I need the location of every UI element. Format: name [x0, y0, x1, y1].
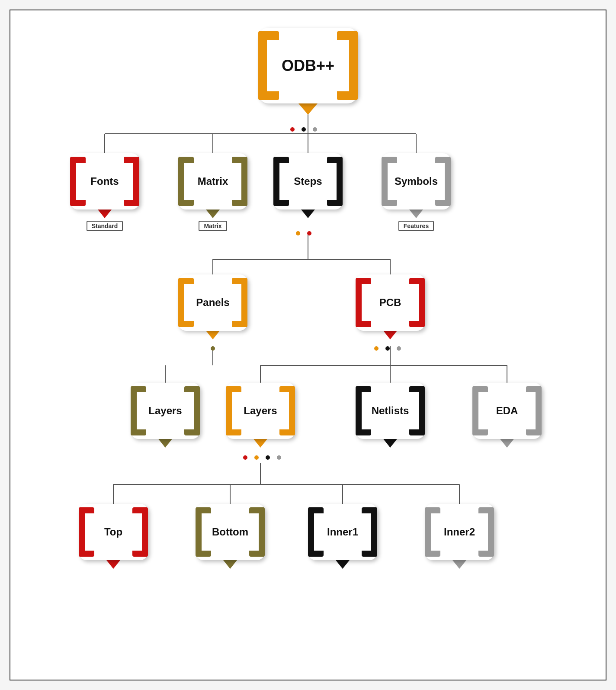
dot-layers-black	[266, 455, 270, 460]
main-canvas: ODB++ Fonts Standard Ma	[10, 10, 606, 680]
node-root[interactable]: ODB++	[258, 28, 358, 115]
node-pcb[interactable]: PCB	[356, 274, 425, 339]
root-pointer	[298, 103, 318, 115]
dot-pcb-orange	[374, 346, 379, 351]
pcb-pointer	[383, 331, 397, 339]
layers-panels-pointer	[158, 439, 172, 448]
layers-panels-bracket: Layers	[131, 383, 200, 439]
layers-pcb-bracket: Layers	[226, 383, 295, 439]
dot-level1-black	[302, 127, 306, 132]
layers-pcb-label: Layers	[244, 405, 277, 417]
inner2-label: Inner2	[444, 526, 475, 538]
dot-layers-orange	[254, 455, 259, 460]
matrix-pointer	[206, 210, 220, 218]
inner2-bracket: Inner2	[425, 504, 494, 560]
symbols-bracket: Symbols	[382, 153, 451, 210]
node-eda[interactable]: EDA	[472, 383, 542, 448]
dot-level1-red	[290, 127, 295, 132]
node-fonts[interactable]: Fonts Standard	[70, 153, 139, 231]
inner1-bracket: Inner1	[308, 504, 377, 560]
inner2-pointer	[452, 560, 466, 569]
symbols-label: Symbols	[395, 175, 438, 187]
netlists-pointer	[383, 439, 397, 448]
bottom-pointer	[223, 560, 237, 569]
root-label: ODB++	[282, 57, 334, 75]
eda-label: EDA	[496, 405, 518, 417]
dot-panels	[211, 346, 215, 351]
steps-bracket: Steps	[273, 153, 343, 210]
top-bracket: Top	[79, 504, 148, 560]
dot-pcb-gray	[397, 346, 401, 351]
fonts-label: Fonts	[90, 175, 119, 187]
symbols-sublabel: Features	[398, 221, 434, 231]
steps-label: Steps	[294, 175, 322, 187]
node-matrix[interactable]: Matrix Matrix	[178, 153, 247, 231]
eda-pointer	[500, 439, 514, 448]
layers-panels-label: Layers	[148, 405, 182, 417]
node-inner2[interactable]: Inner2	[425, 504, 494, 569]
node-inner1[interactable]: Inner1	[308, 504, 377, 569]
layers-pcb-pointer	[253, 439, 267, 448]
node-symbols[interactable]: Symbols Features	[382, 153, 451, 231]
panels-label: Panels	[196, 297, 229, 309]
pcb-label: PCB	[379, 297, 401, 309]
matrix-bracket: Matrix	[178, 153, 247, 210]
fonts-bracket: Fonts	[70, 153, 139, 210]
fonts-sublabel: Standard	[87, 221, 123, 231]
root-bracket: ODB++	[258, 28, 358, 103]
inner1-pointer	[336, 560, 350, 569]
dot-steps-red	[307, 231, 311, 235]
node-steps[interactable]: Steps	[273, 153, 343, 218]
node-netlists[interactable]: Netlists	[356, 383, 425, 448]
dot-pcb-black	[385, 346, 390, 351]
netlists-label: Netlists	[372, 405, 409, 417]
top-pointer	[106, 560, 120, 569]
matrix-sublabel: Matrix	[199, 221, 227, 231]
bottom-label: Bottom	[212, 526, 248, 538]
pcb-bracket: PCB	[356, 274, 425, 331]
node-top[interactable]: Top	[79, 504, 148, 569]
node-layers-pcb[interactable]: Layers	[226, 383, 295, 448]
matrix-label: Matrix	[198, 175, 228, 187]
symbols-pointer	[409, 210, 423, 218]
node-bottom[interactable]: Bottom	[196, 504, 265, 569]
node-layers-panels[interactable]: Layers	[131, 383, 200, 448]
dot-layers-red	[243, 455, 247, 460]
eda-bracket: EDA	[472, 383, 542, 439]
netlists-bracket: Netlists	[356, 383, 425, 439]
panels-bracket: Panels	[178, 274, 247, 331]
tree-diagram: ODB++ Fonts Standard Ma	[27, 19, 589, 660]
steps-pointer	[301, 210, 315, 218]
fonts-pointer	[98, 210, 112, 218]
bottom-bracket: Bottom	[196, 504, 265, 560]
inner1-label: Inner1	[327, 526, 358, 538]
panels-pointer	[206, 331, 220, 339]
dot-level1-gray	[313, 127, 317, 132]
node-panels[interactable]: Panels	[178, 274, 247, 339]
top-label: Top	[104, 526, 122, 538]
dot-layers-gray	[277, 455, 281, 460]
dot-steps-orange	[296, 231, 300, 235]
